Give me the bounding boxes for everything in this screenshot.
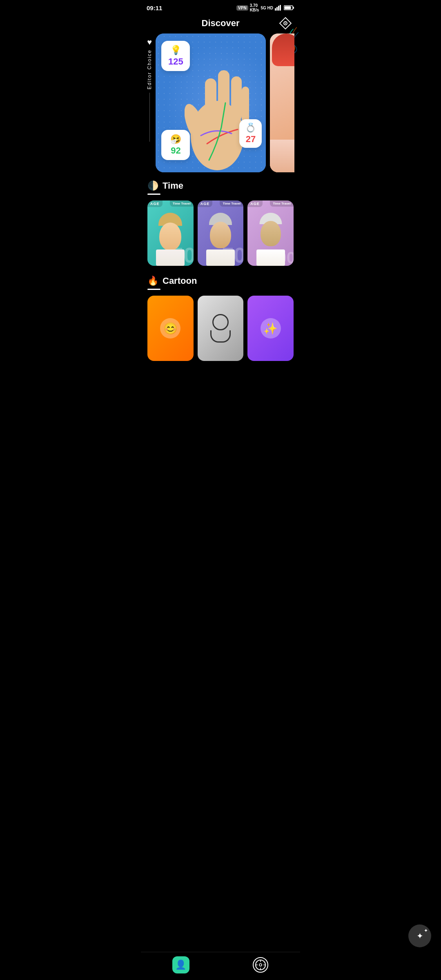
editor-divider [149, 93, 150, 142]
face-emoji: 🤧 [170, 134, 181, 145]
age-card-50[interactable]: AGE Time Travel 50 [147, 200, 194, 266]
age-label-100: AGE [247, 200, 263, 207]
age-card-70-inner: AGE Time Travel 70 [198, 200, 244, 266]
age-card-100-inner: AGE Time Travel 100 [247, 200, 294, 266]
age-card-100[interactable]: AGE Time Travel 100 [247, 200, 294, 266]
secondary-card-content [270, 33, 294, 172]
hero-section: ♥ Editor Choice [141, 33, 300, 172]
badge-number-27: 27 [246, 134, 256, 145]
time-section-underline [147, 194, 160, 195]
svg-rect-2 [278, 6, 279, 11]
status-time: 09:11 [147, 4, 162, 11]
editor-choice-label: Editor Choice [147, 49, 152, 89]
time-travel-tag-70: Time Travel [220, 200, 243, 207]
badge-number-92: 92 [171, 145, 180, 156]
svg-rect-14 [242, 87, 249, 123]
cartoon-section: 🔥 Cartoon 😊 ✨ [141, 276, 300, 361]
time-section-title: Time [163, 180, 183, 191]
svg-rect-1 [276, 7, 278, 11]
svg-rect-11 [205, 78, 216, 123]
age-card-70[interactable]: AGE Time Travel 70 [198, 200, 244, 266]
cartoon-section-title: Cartoon [163, 276, 197, 286]
cartoon-emoji-1: 😊 [160, 318, 180, 339]
page-header: Discover [141, 14, 300, 33]
location-icon[interactable] [279, 17, 292, 30]
svg-point-8 [285, 23, 286, 24]
age-label-50: AGE [147, 200, 163, 207]
time-travel-tag-100: Time Travel [270, 200, 294, 207]
svg-rect-5 [293, 7, 294, 9]
speed-indicator: 3.70KB/s [250, 3, 259, 12]
hand-background: 💡 125 🤧 92 💍 27 [156, 33, 266, 172]
time-section-header: 🌓 Time [141, 180, 300, 191]
cartoon-section-underline [147, 289, 160, 290]
editor-choice-sidebar[interactable]: ♥ Editor Choice [147, 33, 152, 142]
svg-rect-6 [285, 7, 291, 9]
stat-badge-ideas: 💡 125 [161, 41, 190, 71]
time-section-icon: 🌓 [147, 180, 158, 191]
ring-emoji: 💍 [245, 122, 256, 133]
hero-card-secondary[interactable] [270, 33, 294, 172]
stat-badge-personality: 🤧 92 [161, 130, 190, 160]
hand-svg [185, 54, 250, 172]
time-cards-row: AGE Time Travel 50 AGE Time Travel 70 [141, 200, 300, 266]
signal-icon [275, 5, 282, 11]
cartoon-sketch [208, 314, 233, 343]
time-section: 🌓 Time AGE Time Travel 50 [141, 180, 300, 266]
svg-rect-13 [231, 76, 242, 121]
status-right: VPN 3.70KB/s 5G HD [236, 3, 294, 12]
cartoon-cards-row: 😊 ✨ [141, 296, 300, 361]
cartoon-card-1[interactable]: 😊 [147, 296, 194, 361]
svg-rect-3 [280, 5, 281, 11]
cartoon-emoji-3: ✨ [261, 318, 281, 339]
age-label-70: AGE [198, 200, 213, 207]
main-scroll-area: Discover ♥ Editor Choice [141, 14, 300, 408]
cartoon-card-2[interactable] [198, 296, 244, 361]
cartoon-card-3[interactable]: ✨ [247, 296, 294, 361]
badge-number-125: 125 [168, 56, 183, 67]
cartoon-section-icon: 🔥 [147, 276, 158, 286]
stat-badge-love: 💍 27 [239, 119, 262, 148]
page-title: Discover [202, 18, 240, 29]
cartoon-section-header: 🔥 Cartoon [141, 276, 300, 286]
status-bar: 09:11 VPN 3.70KB/s 5G HD [141, 0, 300, 14]
lightbulb-emoji: 💡 [170, 45, 181, 56]
time-travel-tag-50: Time Travel [170, 200, 194, 207]
network-5g: 5G HD [261, 6, 273, 10]
hero-cards-container: 💡 125 🤧 92 💍 27 [156, 33, 294, 172]
svg-rect-0 [275, 8, 276, 11]
hero-card-main[interactable]: 💡 125 🤧 92 💍 27 [156, 33, 266, 172]
heart-icon: ♥ [147, 38, 152, 47]
battery-icon [284, 5, 294, 11]
vpn-badge: VPN [236, 5, 248, 11]
age-card-50-inner: AGE Time Travel 50 [147, 200, 194, 266]
